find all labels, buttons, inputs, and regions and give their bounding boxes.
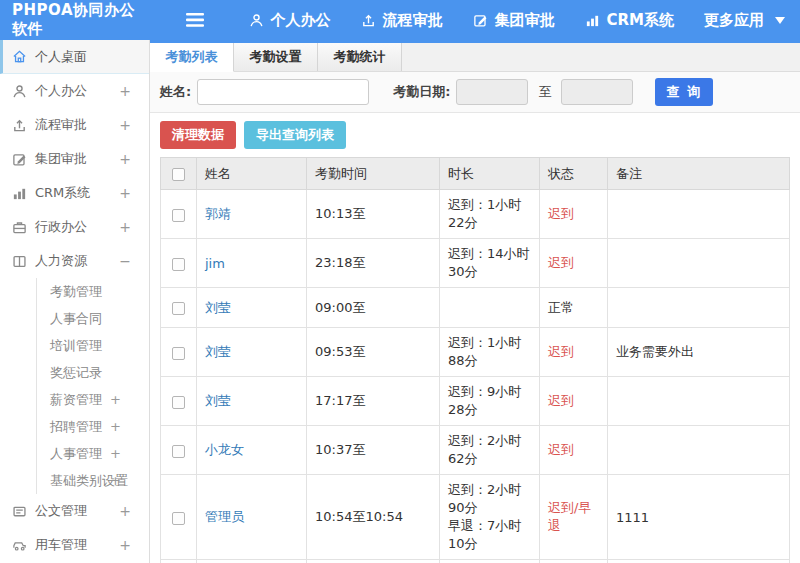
note bbox=[608, 377, 790, 426]
date-to-input[interactable] bbox=[561, 79, 633, 105]
nav-item-label: 流程审批 bbox=[383, 11, 443, 30]
sidebar-item[interactable]: 公文管理+ bbox=[0, 494, 149, 528]
expand-icon[interactable]: + bbox=[119, 537, 131, 553]
sidebar-item[interactable]: 集团审批+ bbox=[0, 142, 149, 176]
nav-item[interactable]: 个人办公 bbox=[249, 11, 331, 30]
sidebar-item-label: 人事合同 bbox=[50, 310, 102, 328]
name-filter-input[interactable] bbox=[197, 79, 369, 105]
note bbox=[608, 288, 790, 328]
top-nav: 个人办公流程审批集团审批CRM系统更多应用 bbox=[234, 11, 800, 30]
sidebar-item-label: 招聘管理 bbox=[50, 418, 102, 436]
app-title: PHPOA协同办公软件 bbox=[0, 1, 137, 39]
sidebar-item-label: 行政办公 bbox=[35, 218, 87, 236]
sidebar-item[interactable]: 流程审批+ bbox=[0, 108, 149, 142]
sidebar-subitem[interactable]: 奖惩记录 bbox=[36, 359, 149, 386]
expand-icon[interactable]: + bbox=[119, 117, 131, 133]
expand-icon[interactable]: + bbox=[110, 419, 121, 434]
row-checkbox[interactable] bbox=[172, 445, 185, 458]
employee-name-link[interactable]: 刘莹 bbox=[197, 288, 307, 328]
sidebar-item[interactable]: 个人办公+ bbox=[0, 74, 149, 108]
sidebar-item[interactable]: 个人桌面 bbox=[0, 40, 149, 74]
date-from-input[interactable] bbox=[456, 79, 528, 105]
employee-name-link[interactable]: 王壹辉 bbox=[197, 560, 307, 563]
expand-icon[interactable]: + bbox=[119, 219, 131, 235]
attendance-time: 08:56至 bbox=[307, 560, 440, 563]
table-header-row: 姓名考勤时间时长状态备注 bbox=[161, 158, 790, 190]
export-list-button[interactable]: 导出查询列表 bbox=[244, 121, 346, 149]
nav-item[interactable]: 更多应用 bbox=[704, 11, 785, 30]
table-row: 管理员10:54至10:54迟到：2小时90分 早退：7小时10分迟到/早退11… bbox=[161, 475, 790, 560]
row-checkbox[interactable] bbox=[172, 396, 185, 409]
row-checkbox[interactable] bbox=[172, 512, 185, 525]
sidebar-subitem[interactable]: 人事管理+ bbox=[36, 440, 149, 467]
duration: 迟到：1小时88分 bbox=[440, 328, 540, 377]
edit-icon bbox=[12, 152, 32, 167]
note bbox=[608, 239, 790, 288]
search-button[interactable]: 查 询 bbox=[655, 78, 713, 106]
table-row: 王壹辉08:56至迟到：56分迟到 bbox=[161, 560, 790, 563]
duration: 迟到：56分 bbox=[440, 560, 540, 563]
employee-name-link[interactable]: 小龙女 bbox=[197, 426, 307, 475]
date-range-to-label: 至 bbox=[538, 83, 551, 101]
expand-icon[interactable]: + bbox=[119, 151, 131, 167]
clean-data-button[interactable]: 清理数据 bbox=[160, 121, 236, 149]
nav-item[interactable]: 流程审批 bbox=[361, 11, 443, 30]
nav-item[interactable]: 集团审批 bbox=[473, 11, 555, 30]
row-checkbox[interactable] bbox=[172, 209, 185, 222]
note: 1111 bbox=[608, 475, 790, 560]
caret-down-icon bbox=[775, 17, 785, 24]
nav-item-label: CRM系统 bbox=[607, 11, 675, 30]
select-all-checkbox[interactable] bbox=[172, 168, 185, 181]
sidebar-item-label: 人事管理 bbox=[50, 445, 102, 463]
column-header: 姓名 bbox=[197, 158, 307, 190]
tab[interactable]: 考勤统计 bbox=[318, 43, 402, 71]
flow-icon bbox=[361, 13, 376, 28]
expand-icon[interactable]: + bbox=[119, 503, 131, 519]
employee-name-link[interactable]: 郭靖 bbox=[197, 190, 307, 239]
status-badge: 迟到/早退 bbox=[540, 475, 608, 560]
sidebar-item[interactable]: 人力资源− bbox=[0, 244, 149, 278]
expand-icon[interactable]: + bbox=[119, 83, 131, 99]
sidebar-subitem[interactable]: 考勤管理 bbox=[36, 278, 149, 305]
table-row: 郭靖10:13至迟到：1小时22分迟到 bbox=[161, 190, 790, 239]
sidebar-subitem[interactable]: 薪资管理+ bbox=[36, 386, 149, 413]
hamburger-icon[interactable] bbox=[177, 13, 213, 27]
sidebar-item[interactable]: 用车管理+ bbox=[0, 528, 149, 562]
doc-icon bbox=[12, 504, 32, 519]
status-badge: 迟到 bbox=[540, 377, 608, 426]
employee-name-link[interactable]: 刘莹 bbox=[197, 328, 307, 377]
collapse-icon[interactable]: − bbox=[119, 253, 131, 269]
employee-name-link[interactable]: 刘莹 bbox=[197, 377, 307, 426]
table-row: 刘莹09:00至正常 bbox=[161, 288, 790, 328]
expand-icon[interactable]: + bbox=[119, 185, 131, 201]
sidebar-item-label: 薪资管理 bbox=[50, 391, 102, 409]
tab[interactable]: 考勤列表 bbox=[150, 43, 234, 72]
sidebar-subitem[interactable]: 基础类别设置+ bbox=[36, 467, 149, 494]
sidebar-item[interactable]: CRM系统+ bbox=[0, 176, 149, 210]
sidebar-subitem[interactable]: 培训管理 bbox=[36, 332, 149, 359]
expand-icon[interactable]: + bbox=[110, 446, 121, 461]
nav-item[interactable]: CRM系统 bbox=[585, 11, 675, 30]
employee-name-link[interactable]: jim bbox=[197, 239, 307, 288]
row-checkbox[interactable] bbox=[172, 258, 185, 271]
nav-item-label: 更多应用 bbox=[704, 11, 764, 30]
sidebar-subitem[interactable]: 人事合同 bbox=[36, 305, 149, 332]
main-content: 考勤列表考勤设置考勤统计 姓名: 考勤日期: 至 查 询 清理数据 导出查询列表… bbox=[150, 40, 800, 563]
flow-icon bbox=[12, 118, 32, 133]
sidebar-subitem[interactable]: 招聘管理+ bbox=[36, 413, 149, 440]
sidebar-item-label: 奖惩记录 bbox=[50, 364, 102, 382]
expand-icon[interactable]: + bbox=[110, 473, 121, 488]
briefcase-icon bbox=[12, 220, 32, 235]
row-checkbox[interactable] bbox=[172, 347, 185, 360]
attendance-time: 10:37至 bbox=[307, 426, 440, 475]
attendance-time: 10:13至 bbox=[307, 190, 440, 239]
attendance-time: 17:17至 bbox=[307, 377, 440, 426]
sidebar-item[interactable]: 行政办公+ bbox=[0, 210, 149, 244]
row-checkbox[interactable] bbox=[172, 302, 185, 315]
expand-icon[interactable]: + bbox=[110, 392, 121, 407]
employee-name-link[interactable]: 管理员 bbox=[197, 475, 307, 560]
table-row: 刘莹17:17至迟到：9小时28分迟到 bbox=[161, 377, 790, 426]
tab[interactable]: 考勤设置 bbox=[234, 43, 318, 71]
user-icon bbox=[249, 13, 264, 28]
duration: 迟到：2小时90分 早退：7小时10分 bbox=[440, 475, 540, 560]
